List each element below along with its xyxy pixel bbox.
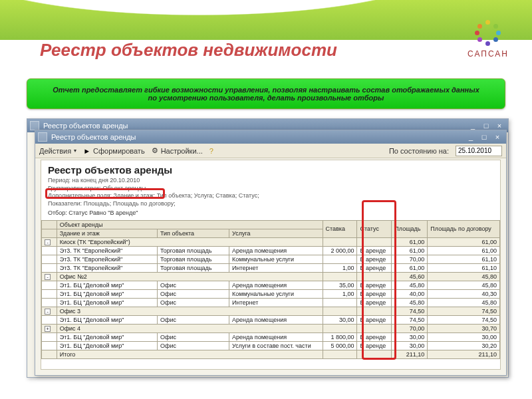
col-area-contract: Площадь по договору: [428, 220, 500, 237]
toggle-icon[interactable]: -: [45, 239, 51, 245]
window-front: Реестр объектов аренды _ □ × Действия▾ ►…: [35, 130, 507, 376]
table-row[interactable]: Эт1. БЦ "Деловой мир"ОфисАренда помещени…: [42, 315, 500, 324]
table-row[interactable]: -Киоск (ТК "Европейский")61,0061,00: [42, 237, 500, 246]
col-object: Объект аренды: [57, 220, 323, 229]
window-title: Реестр объектов аренды: [51, 133, 136, 141]
logo-icon: [475, 20, 501, 47]
app-icon: [38, 132, 47, 142]
table-row[interactable]: +Офис 470,0030,70: [42, 324, 500, 332]
date-label: По состоянию на:: [389, 147, 449, 155]
table-row[interactable]: Эт1. БЦ "Деловой мир"ОфисУслуги в состав…: [42, 341, 500, 350]
table-row[interactable]: Эт1. БЦ "Деловой мир"ОфисИнтернетВ аренд…: [42, 298, 500, 307]
report-grouping: Группировки строк: Объект аренды: [48, 185, 493, 193]
settings-button[interactable]: ⚙ Настройки...: [152, 146, 203, 155]
toggle-icon[interactable]: +: [45, 326, 51, 332]
table-row[interactable]: Эт1. БЦ "Деловой мир"ОфисАренда помещени…: [42, 332, 500, 341]
toolbar: Действия▾ ►Сформировать ⚙ Настройки... ?…: [35, 144, 506, 158]
header-swoosh: [0, 0, 532, 40]
window-title: Реестр объектов аренды: [43, 122, 128, 130]
report-title: Реестр объектов аренды: [48, 164, 493, 176]
table-row[interactable]: Эт3. ТК "Европейский"Торговая площадьАре…: [42, 246, 500, 255]
report-filter: Отбор: Статус Равно "В аренде": [48, 209, 493, 216]
col-status: Статус: [357, 220, 392, 237]
close-button[interactable]: ×: [491, 132, 503, 142]
report-body: Реестр объектов аренды Период: на конец …: [41, 160, 501, 370]
app-icon: [30, 121, 39, 130]
titlebar: Реестр объектов аренды _ □ ×: [35, 130, 506, 144]
maximize-button[interactable]: □: [478, 132, 490, 142]
minimize-button[interactable]: _: [467, 121, 479, 130]
close-button[interactable]: ×: [493, 121, 505, 130]
form-button[interactable]: ►Сформировать: [83, 147, 144, 155]
table-row[interactable]: -Офис №245,6045,80: [42, 272, 500, 281]
table-row[interactable]: Эт1. БЦ "Деловой мир"ОфисКоммунальные ус…: [42, 289, 500, 298]
logo: САПСАН: [467, 20, 509, 59]
col-service: Услуга: [229, 229, 323, 237]
col-area: Площадь: [392, 220, 428, 237]
help-button[interactable]: ?: [209, 147, 213, 155]
report-indicators: Показатели: Площадь; Площадь по договору…: [48, 200, 493, 208]
toggle-icon[interactable]: -: [45, 309, 51, 315]
table-row[interactable]: Эт3. ТК "Европейский"Торговая площадьИнт…: [42, 263, 500, 272]
actions-menu[interactable]: Действия▾: [39, 147, 76, 155]
table-row[interactable]: -Офис 374,5074,50: [42, 307, 500, 315]
logo-text: САПСАН: [467, 49, 509, 59]
maximize-button[interactable]: □: [480, 121, 492, 130]
table-row[interactable]: Эт1. БЦ "Деловой мир"ОфисАренда помещени…: [42, 281, 500, 289]
slide-title: Реестр объектов недвижимости: [40, 40, 337, 61]
col-rate: Ставка: [323, 220, 357, 237]
col-building: Здание и этаж: [57, 229, 157, 237]
gear-icon: ⚙: [152, 146, 158, 155]
table-row[interactable]: Итого211,10211,10: [42, 350, 500, 358]
report-period: Период: на конец дня 20.10.2010: [48, 177, 493, 185]
minimize-button[interactable]: _: [465, 132, 477, 142]
toggle-icon[interactable]: -: [45, 274, 51, 280]
col-type: Тип объекта: [157, 229, 229, 237]
table-row[interactable]: Эт3. ТК "Европейский"Торговая площадьКом…: [42, 255, 500, 263]
report-extra-fields: Дополнительные поля: Здание и этаж; Тип …: [48, 192, 493, 200]
date-input[interactable]: [456, 146, 502, 156]
description-banner: Отчет предоставляет гибкие возможности у…: [27, 78, 505, 109]
report-table: Объект аренды Ставка Статус Площадь Площ…: [41, 220, 500, 359]
